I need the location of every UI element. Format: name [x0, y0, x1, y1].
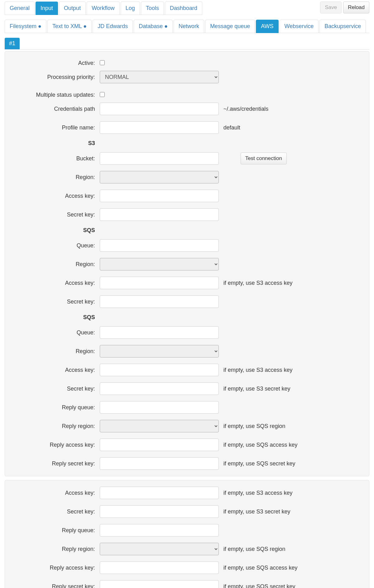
- sqs2-secret-key-input[interactable]: [100, 382, 219, 395]
- p2-reply-region-hint: if empty, use SQS region: [223, 546, 285, 552]
- s3-region-select[interactable]: [100, 171, 219, 183]
- sqs2-reply-access-key-label: Reply access key:: [5, 442, 100, 448]
- sqs1-access-key-input[interactable]: [100, 277, 219, 289]
- sqs1-access-key-hint: if empty, use S3 access key: [223, 280, 293, 286]
- config-panel-2: Access key: if empty, use S3 access key …: [5, 480, 369, 588]
- subtab-jd-edwards[interactable]: JD Edwards: [93, 20, 133, 33]
- credentials-path-input[interactable]: [100, 103, 219, 115]
- sqs2-reply-region-hint: if empty, use SQS region: [223, 423, 285, 430]
- p2-access-key-hint: if empty, use S3 access key: [223, 490, 293, 496]
- subtab-text-to-xml[interactable]: Text to XML ●: [47, 20, 92, 33]
- tab-output[interactable]: Output: [59, 2, 86, 15]
- p2-reply-queue-label: Reply queue:: [5, 527, 100, 534]
- sqs2-secret-key-label: Secret key:: [5, 386, 100, 392]
- sqs2-reply-access-key-input[interactable]: [100, 439, 219, 451]
- sqs1-queue-input[interactable]: [100, 239, 219, 252]
- config-panel-1: Active: Processing priority: NORMAL Mult…: [5, 51, 369, 476]
- p2-reply-queue-input[interactable]: [100, 524, 219, 537]
- sqs1-queue-label: Queue:: [5, 242, 100, 249]
- sqs2-reply-secret-key-label: Reply secret key:: [5, 460, 100, 467]
- s3-secret-key-input[interactable]: [100, 208, 219, 221]
- p2-reply-access-key-input[interactable]: [100, 561, 219, 574]
- tab-tools[interactable]: Tools: [141, 2, 164, 15]
- subtab-network[interactable]: Network: [174, 20, 204, 33]
- sqs1-secret-key-input[interactable]: [100, 295, 219, 308]
- credentials-path-hint: ~/.aws/credentials: [223, 106, 269, 112]
- p2-access-key-input[interactable]: [100, 487, 219, 499]
- sqs2-access-key-hint: if empty, use S3 access key: [223, 367, 293, 373]
- sqs1-secret-key-label: Secret key:: [5, 299, 100, 305]
- p2-reply-region-select[interactable]: [100, 543, 219, 555]
- sqs2-access-key-label: Access key:: [5, 367, 100, 373]
- sqs2-access-key-input[interactable]: [100, 364, 219, 376]
- sqs2-reply-region-select[interactable]: [100, 420, 219, 432]
- multi-status-checkbox[interactable]: [100, 92, 105, 97]
- sqs2-reply-queue-input[interactable]: [100, 401, 219, 414]
- p2-access-key-label: Access key:: [5, 490, 100, 496]
- p2-secret-key-hint: if empty, use S3 secret key: [223, 508, 290, 515]
- s3-access-key-input[interactable]: [100, 190, 219, 202]
- sqs2-reply-region-label: Reply region:: [5, 423, 100, 430]
- p2-secret-key-label: Secret key:: [5, 508, 100, 515]
- s3-bucket-input[interactable]: [100, 152, 219, 165]
- subtab-webservice[interactable]: Webservice: [280, 20, 319, 33]
- priority-select[interactable]: NORMAL: [100, 71, 219, 83]
- reload-button[interactable]: Reload: [343, 2, 369, 13]
- sqs2-reply-queue-label: Reply queue:: [5, 404, 100, 411]
- p2-secret-key-input[interactable]: [100, 505, 219, 518]
- sqs1-region-label: Region:: [5, 261, 100, 268]
- subtab-aws[interactable]: AWS: [256, 20, 278, 33]
- multi-status-label: Multiple status updates:: [5, 92, 100, 98]
- sqs2-reply-access-key-hint: if empty, use SQS access key: [223, 442, 298, 448]
- instance-tab-bar: #1: [5, 38, 369, 50]
- s3-secret-key-label: Secret key:: [5, 211, 100, 218]
- subtab-backupservice[interactable]: Backupservice: [319, 20, 366, 33]
- sqs2-queue-label: Queue:: [5, 329, 100, 336]
- credentials-path-label: Credentials path: [5, 106, 100, 112]
- tab-log[interactable]: Log: [121, 2, 140, 15]
- profile-name-hint: default: [223, 124, 240, 131]
- tab-dashboard[interactable]: Dashboard: [165, 2, 202, 15]
- profile-name-input[interactable]: [100, 121, 219, 134]
- sqs2-region-select[interactable]: [100, 345, 219, 357]
- active-checkbox[interactable]: [100, 60, 105, 65]
- sqs1-section-header: SQS: [5, 227, 100, 234]
- profile-name-label: Profile name:: [5, 124, 100, 131]
- sub-tab-bar: Filesystem ● Text to XML ● JD Edwards Da…: [5, 20, 369, 33]
- sqs2-reply-secret-key-hint: if empty, use SQS secret key: [223, 460, 295, 467]
- priority-label: Processing priority:: [5, 74, 100, 80]
- sqs2-queue-input[interactable]: [100, 326, 219, 339]
- save-button[interactable]: Save: [320, 2, 342, 13]
- sqs1-access-key-label: Access key:: [5, 280, 100, 286]
- sqs2-section-header: SQS: [5, 314, 100, 321]
- tab-workflow[interactable]: Workflow: [87, 2, 120, 15]
- p2-reply-region-label: Reply region:: [5, 546, 100, 552]
- test-connection-button[interactable]: Test connection: [241, 153, 287, 164]
- active-label: Active:: [5, 60, 100, 66]
- tab-input[interactable]: Input: [36, 2, 58, 15]
- sqs2-region-label: Region:: [5, 348, 100, 355]
- s3-bucket-label: Bucket:: [5, 155, 100, 162]
- s3-section-header: S3: [5, 140, 100, 147]
- p2-reply-secret-key-hint: if empty, use SQS secret key: [223, 583, 295, 588]
- p2-reply-access-key-hint: if empty, use SQS access key: [223, 565, 298, 571]
- tab-general[interactable]: General: [5, 2, 35, 15]
- p2-reply-access-key-label: Reply access key:: [5, 565, 100, 571]
- subtab-database[interactable]: Database ●: [134, 20, 173, 33]
- subtab-message-queue[interactable]: Message queue: [205, 20, 255, 33]
- p2-reply-secret-key-input[interactable]: [100, 580, 219, 588]
- sqs1-region-select[interactable]: [100, 258, 219, 270]
- instance-tab-1[interactable]: #1: [5, 38, 20, 49]
- sqs2-reply-secret-key-input[interactable]: [100, 457, 219, 470]
- p2-reply-secret-key-label: Reply secret key:: [5, 583, 100, 588]
- s3-region-label: Region:: [5, 174, 100, 181]
- subtab-filesystem[interactable]: Filesystem ●: [5, 20, 46, 33]
- sqs2-secret-key-hint: if empty, use S3 secret key: [223, 386, 290, 392]
- s3-access-key-label: Access key:: [5, 193, 100, 199]
- main-tab-bar: General Input Output Workflow Log Tools …: [5, 2, 202, 15]
